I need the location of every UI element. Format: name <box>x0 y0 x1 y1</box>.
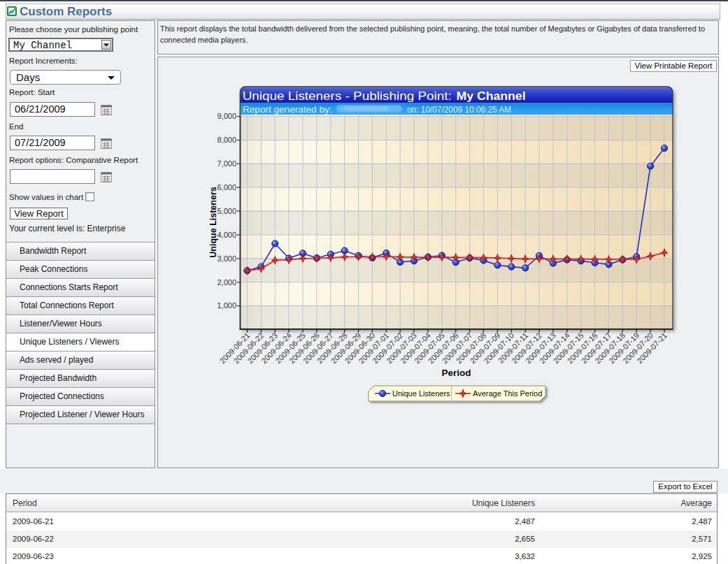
svg-text:Average This Period: Average This Period <box>473 389 542 398</box>
svg-text:Unique Listeners: Unique Listeners <box>392 389 450 398</box>
svg-text:Unique Listeners: Unique Listeners <box>208 187 218 257</box>
svg-text:3,000: 3,000 <box>217 254 236 263</box>
svg-text:8,000: 8,000 <box>217 136 236 144</box>
svg-text:6,000: 6,000 <box>217 183 236 191</box>
svg-text:5,000: 5,000 <box>217 207 236 215</box>
svg-text:7,000: 7,000 <box>217 159 236 168</box>
svg-text:4,000: 4,000 <box>217 231 236 239</box>
svg-text:1,000: 1,000 <box>217 301 236 310</box>
svg-text:2,000: 2,000 <box>217 278 236 287</box>
svg-text:on: 10/07/2009 10:06:25 AM: on: 10/07/2009 10:06:25 AM <box>407 105 511 115</box>
svg-text:Report generated by:: Report generated by: <box>243 105 332 115</box>
svg-text:Period: Period <box>441 368 471 378</box>
svg-text:My Channel: My Channel <box>457 90 526 102</box>
svg-text:Unique Listeners - Publishing: Unique Listeners - Publishing Point: <box>243 90 452 102</box>
svg-text:9,000: 9,000 <box>217 112 236 120</box>
